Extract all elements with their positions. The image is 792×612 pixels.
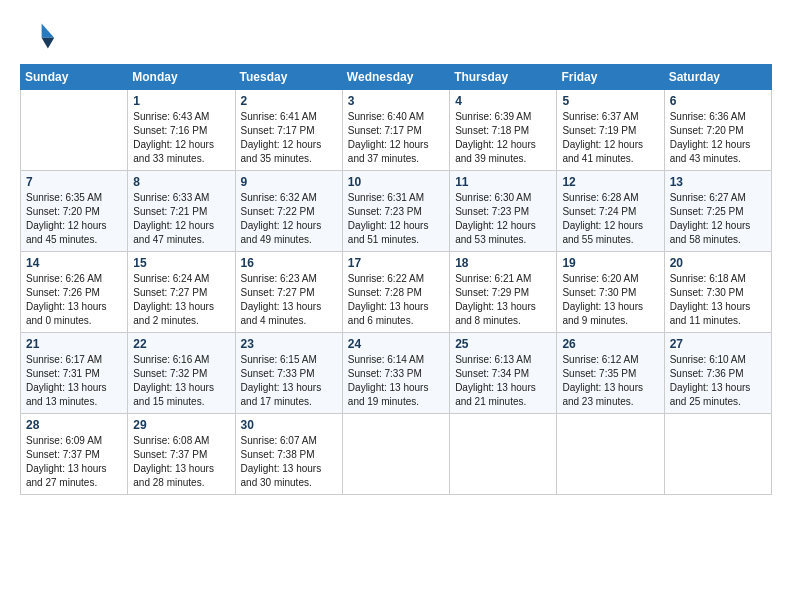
day-info: Sunrise: 6:17 AM Sunset: 7:31 PM Dayligh…	[26, 353, 122, 409]
day-number: 27	[670, 337, 766, 351]
svg-marker-0	[42, 23, 55, 37]
day-cell	[664, 414, 771, 495]
calendar-header: SundayMondayTuesdayWednesdayThursdayFrid…	[21, 65, 772, 90]
day-info: Sunrise: 6:32 AM Sunset: 7:22 PM Dayligh…	[241, 191, 337, 247]
day-info: Sunrise: 6:36 AM Sunset: 7:20 PM Dayligh…	[670, 110, 766, 166]
day-cell: 7Sunrise: 6:35 AM Sunset: 7:20 PM Daylig…	[21, 171, 128, 252]
day-info: Sunrise: 6:15 AM Sunset: 7:33 PM Dayligh…	[241, 353, 337, 409]
day-number: 1	[133, 94, 229, 108]
day-info: Sunrise: 6:13 AM Sunset: 7:34 PM Dayligh…	[455, 353, 551, 409]
day-info: Sunrise: 6:39 AM Sunset: 7:18 PM Dayligh…	[455, 110, 551, 166]
day-info: Sunrise: 6:41 AM Sunset: 7:17 PM Dayligh…	[241, 110, 337, 166]
day-info: Sunrise: 6:31 AM Sunset: 7:23 PM Dayligh…	[348, 191, 444, 247]
day-info: Sunrise: 6:26 AM Sunset: 7:26 PM Dayligh…	[26, 272, 122, 328]
day-info: Sunrise: 6:30 AM Sunset: 7:23 PM Dayligh…	[455, 191, 551, 247]
day-number: 11	[455, 175, 551, 189]
day-cell	[21, 90, 128, 171]
week-row-4: 21Sunrise: 6:17 AM Sunset: 7:31 PM Dayli…	[21, 333, 772, 414]
day-number: 7	[26, 175, 122, 189]
week-row-5: 28Sunrise: 6:09 AM Sunset: 7:37 PM Dayli…	[21, 414, 772, 495]
day-cell: 28Sunrise: 6:09 AM Sunset: 7:37 PM Dayli…	[21, 414, 128, 495]
day-number: 20	[670, 256, 766, 270]
day-number: 30	[241, 418, 337, 432]
day-number: 24	[348, 337, 444, 351]
weekday-header-friday: Friday	[557, 65, 664, 90]
week-row-2: 7Sunrise: 6:35 AM Sunset: 7:20 PM Daylig…	[21, 171, 772, 252]
day-info: Sunrise: 6:28 AM Sunset: 7:24 PM Dayligh…	[562, 191, 658, 247]
weekday-header-sunday: Sunday	[21, 65, 128, 90]
day-info: Sunrise: 6:08 AM Sunset: 7:37 PM Dayligh…	[133, 434, 229, 490]
day-cell: 5Sunrise: 6:37 AM Sunset: 7:19 PM Daylig…	[557, 90, 664, 171]
day-cell: 20Sunrise: 6:18 AM Sunset: 7:30 PM Dayli…	[664, 252, 771, 333]
day-cell: 3Sunrise: 6:40 AM Sunset: 7:17 PM Daylig…	[342, 90, 449, 171]
day-cell: 17Sunrise: 6:22 AM Sunset: 7:28 PM Dayli…	[342, 252, 449, 333]
day-number: 17	[348, 256, 444, 270]
day-cell: 22Sunrise: 6:16 AM Sunset: 7:32 PM Dayli…	[128, 333, 235, 414]
day-number: 18	[455, 256, 551, 270]
day-cell: 14Sunrise: 6:26 AM Sunset: 7:26 PM Dayli…	[21, 252, 128, 333]
day-info: Sunrise: 6:24 AM Sunset: 7:27 PM Dayligh…	[133, 272, 229, 328]
day-cell: 29Sunrise: 6:08 AM Sunset: 7:37 PM Dayli…	[128, 414, 235, 495]
day-info: Sunrise: 6:23 AM Sunset: 7:27 PM Dayligh…	[241, 272, 337, 328]
day-number: 14	[26, 256, 122, 270]
day-cell	[450, 414, 557, 495]
day-info: Sunrise: 6:09 AM Sunset: 7:37 PM Dayligh…	[26, 434, 122, 490]
weekday-header-thursday: Thursday	[450, 65, 557, 90]
weekday-header-monday: Monday	[128, 65, 235, 90]
day-number: 2	[241, 94, 337, 108]
day-cell: 12Sunrise: 6:28 AM Sunset: 7:24 PM Dayli…	[557, 171, 664, 252]
day-cell: 9Sunrise: 6:32 AM Sunset: 7:22 PM Daylig…	[235, 171, 342, 252]
week-row-1: 1Sunrise: 6:43 AM Sunset: 7:16 PM Daylig…	[21, 90, 772, 171]
day-number: 25	[455, 337, 551, 351]
day-cell: 25Sunrise: 6:13 AM Sunset: 7:34 PM Dayli…	[450, 333, 557, 414]
weekday-header-saturday: Saturday	[664, 65, 771, 90]
day-cell: 27Sunrise: 6:10 AM Sunset: 7:36 PM Dayli…	[664, 333, 771, 414]
day-info: Sunrise: 6:27 AM Sunset: 7:25 PM Dayligh…	[670, 191, 766, 247]
calendar-table: SundayMondayTuesdayWednesdayThursdayFrid…	[20, 64, 772, 495]
day-info: Sunrise: 6:20 AM Sunset: 7:30 PM Dayligh…	[562, 272, 658, 328]
day-info: Sunrise: 6:22 AM Sunset: 7:28 PM Dayligh…	[348, 272, 444, 328]
day-cell	[342, 414, 449, 495]
day-cell: 18Sunrise: 6:21 AM Sunset: 7:29 PM Dayli…	[450, 252, 557, 333]
day-cell: 8Sunrise: 6:33 AM Sunset: 7:21 PM Daylig…	[128, 171, 235, 252]
day-cell: 30Sunrise: 6:07 AM Sunset: 7:38 PM Dayli…	[235, 414, 342, 495]
logo-icon	[20, 18, 56, 54]
weekday-header-tuesday: Tuesday	[235, 65, 342, 90]
day-info: Sunrise: 6:21 AM Sunset: 7:29 PM Dayligh…	[455, 272, 551, 328]
day-info: Sunrise: 6:07 AM Sunset: 7:38 PM Dayligh…	[241, 434, 337, 490]
day-number: 5	[562, 94, 658, 108]
header	[20, 18, 772, 54]
week-row-3: 14Sunrise: 6:26 AM Sunset: 7:26 PM Dayli…	[21, 252, 772, 333]
day-number: 19	[562, 256, 658, 270]
day-info: Sunrise: 6:43 AM Sunset: 7:16 PM Dayligh…	[133, 110, 229, 166]
day-number: 13	[670, 175, 766, 189]
day-cell: 16Sunrise: 6:23 AM Sunset: 7:27 PM Dayli…	[235, 252, 342, 333]
day-cell: 13Sunrise: 6:27 AM Sunset: 7:25 PM Dayli…	[664, 171, 771, 252]
weekday-row: SundayMondayTuesdayWednesdayThursdayFrid…	[21, 65, 772, 90]
day-number: 21	[26, 337, 122, 351]
day-number: 28	[26, 418, 122, 432]
day-info: Sunrise: 6:10 AM Sunset: 7:36 PM Dayligh…	[670, 353, 766, 409]
day-info: Sunrise: 6:18 AM Sunset: 7:30 PM Dayligh…	[670, 272, 766, 328]
weekday-header-wednesday: Wednesday	[342, 65, 449, 90]
day-cell: 26Sunrise: 6:12 AM Sunset: 7:35 PM Dayli…	[557, 333, 664, 414]
day-info: Sunrise: 6:14 AM Sunset: 7:33 PM Dayligh…	[348, 353, 444, 409]
day-cell: 4Sunrise: 6:39 AM Sunset: 7:18 PM Daylig…	[450, 90, 557, 171]
day-number: 9	[241, 175, 337, 189]
day-number: 12	[562, 175, 658, 189]
svg-marker-1	[42, 38, 55, 49]
day-number: 29	[133, 418, 229, 432]
day-cell: 23Sunrise: 6:15 AM Sunset: 7:33 PM Dayli…	[235, 333, 342, 414]
day-cell: 15Sunrise: 6:24 AM Sunset: 7:27 PM Dayli…	[128, 252, 235, 333]
day-info: Sunrise: 6:12 AM Sunset: 7:35 PM Dayligh…	[562, 353, 658, 409]
day-info: Sunrise: 6:33 AM Sunset: 7:21 PM Dayligh…	[133, 191, 229, 247]
day-number: 10	[348, 175, 444, 189]
day-cell: 1Sunrise: 6:43 AM Sunset: 7:16 PM Daylig…	[128, 90, 235, 171]
day-number: 4	[455, 94, 551, 108]
day-info: Sunrise: 6:40 AM Sunset: 7:17 PM Dayligh…	[348, 110, 444, 166]
day-cell: 10Sunrise: 6:31 AM Sunset: 7:23 PM Dayli…	[342, 171, 449, 252]
day-cell: 21Sunrise: 6:17 AM Sunset: 7:31 PM Dayli…	[21, 333, 128, 414]
logo	[20, 18, 60, 54]
day-info: Sunrise: 6:37 AM Sunset: 7:19 PM Dayligh…	[562, 110, 658, 166]
day-number: 3	[348, 94, 444, 108]
